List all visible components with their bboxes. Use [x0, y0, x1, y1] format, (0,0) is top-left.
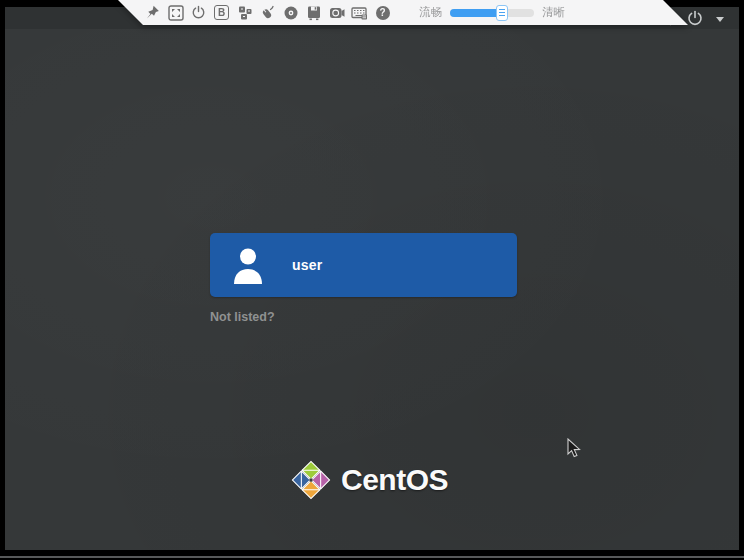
viewer-toolbar-content: B [118, 0, 688, 25]
virtual-keyboard-icon[interactable] [351, 4, 368, 21]
avatar-icon [228, 246, 268, 284]
boss-key-label: B [214, 5, 229, 20]
not-listed-link[interactable]: Not listed? [210, 310, 275, 324]
boss-key-icon[interactable]: B [213, 4, 230, 21]
hotkeys-icon[interactable] [236, 4, 253, 21]
help-label: ? [376, 6, 390, 20]
power-icon[interactable] [190, 4, 207, 21]
chevron-down-icon[interactable] [716, 17, 724, 22]
help-icon[interactable]: ? [374, 4, 391, 21]
user-login-tile[interactable]: user [210, 233, 517, 297]
quality-slider-track[interactable] [450, 9, 534, 17]
centos-wordmark: CentOS [341, 463, 448, 497]
fullscreen-icon[interactable] [167, 4, 184, 21]
mouse-cursor [567, 438, 583, 460]
quality-slider-fill [450, 9, 502, 17]
screen-record-icon[interactable] [328, 4, 345, 21]
centos-branding: CentOS [290, 459, 448, 501]
centos-logo-icon [290, 459, 332, 501]
quality-slider-group: 流畅 清晰 [419, 5, 565, 20]
viewer-toolbar: B [118, 0, 688, 25]
mouse-device-icon[interactable] [259, 4, 276, 21]
power-icon[interactable] [687, 10, 703, 26]
quality-slider-handle[interactable] [496, 5, 508, 21]
slider-smooth-label: 流畅 [419, 5, 442, 20]
pin-icon[interactable] [144, 4, 161, 21]
floppy-disk-icon[interactable] [305, 4, 322, 21]
slider-sharp-label: 清晰 [542, 5, 565, 20]
remote-desktop-screen: user Not listed? CentOS [5, 7, 739, 550]
user-name-label: user [292, 257, 322, 273]
cd-disc-icon[interactable] [282, 4, 299, 21]
viewer-frame-bottom-line [0, 556, 744, 558]
